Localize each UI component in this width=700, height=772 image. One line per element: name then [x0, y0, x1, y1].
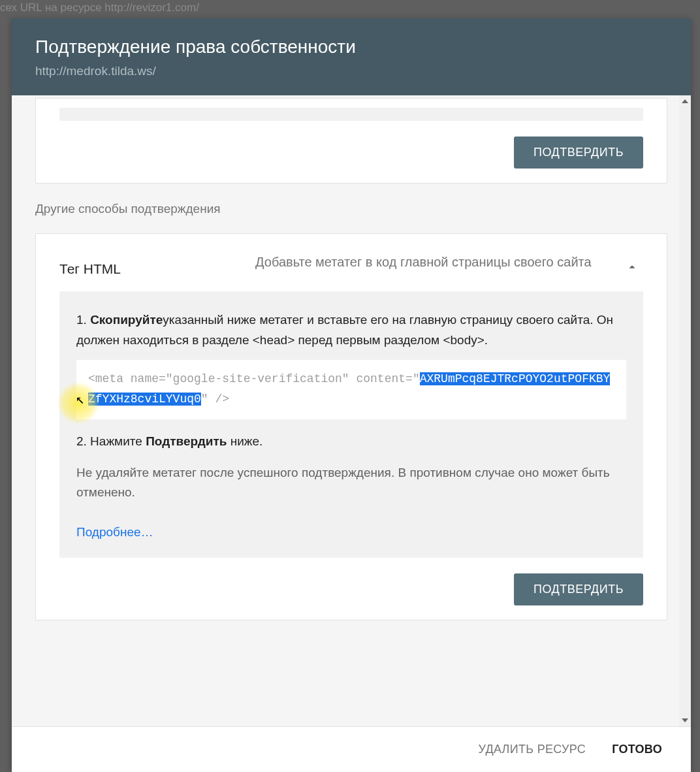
warning-text: Не удаляйте метатег после успешного подт… — [76, 463, 626, 503]
step2-suffix: ниже. — [227, 434, 262, 448]
step1-bold: Скопируйте — [90, 313, 163, 327]
other-methods-label: Другие способы подтверждения — [35, 202, 667, 216]
step2-bold: Подтвердить — [146, 434, 227, 448]
done-button[interactable]: ГОТОВО — [612, 743, 662, 756]
html-tag-expand-header[interactable]: Тег HTML Добавьте метатег в код главной … — [36, 234, 667, 291]
step2-prefix: 2. Нажмите — [76, 434, 146, 448]
html-tag-instructions: 1. Скопируйтеуказанный ниже метатег и вс… — [59, 291, 643, 558]
dialog-title: Подтверждение права собственности — [35, 37, 667, 57]
previous-method-content-placeholder — [59, 108, 643, 121]
cursor-icon: ↖ — [76, 388, 84, 413]
delete-resource-button[interactable]: УДАЛИТЬ РЕСУРС — [478, 743, 586, 756]
chevron-up-icon — [625, 252, 643, 277]
learn-more-link[interactable]: Подробнее… — [76, 525, 153, 539]
confirm-button-html-tag[interactable]: ПОДТВЕРДИТЬ — [514, 573, 643, 605]
previous-method-card: ПОДТВЕРДИТЬ — [35, 98, 667, 184]
step-1: 1. Скопируйтеуказанный ниже метатег и вс… — [76, 310, 626, 351]
dialog-site-url: http://medrok.tilda.ws/ — [35, 64, 667, 78]
dialog-footer: УДАЛИТЬ РЕСУРС ГОТОВО — [12, 726, 691, 772]
dialog-body: ПОДТВЕРДИТЬ Другие способы подтверждения… — [12, 95, 691, 726]
code-suffix: " /> — [201, 393, 229, 406]
code-prefix: <meta name="google-site-verification" co… — [88, 372, 420, 385]
scroll-up-icon[interactable] — [682, 99, 688, 103]
meta-tag-code[interactable]: ↖ <meta name="google-site-verification" … — [76, 360, 626, 419]
html-tag-title: Тег HTML — [59, 252, 255, 277]
html-tag-method-card: Тег HTML Добавьте метатег в код главной … — [35, 233, 667, 620]
html-tag-description: Добавьте метатег в код главной страницы … — [255, 252, 625, 272]
confirm-button-top[interactable]: ПОДТВЕРДИТЬ — [514, 137, 643, 169]
scroll-down-icon[interactable] — [682, 718, 688, 722]
step-2: 2. Нажмите Подтвердить ниже. — [76, 431, 626, 451]
dialog-header: Подтверждение права собственности http:/… — [12, 18, 691, 95]
ownership-verification-dialog: Подтверждение права собственности http:/… — [12, 18, 691, 772]
scrollbar[interactable] — [679, 95, 691, 726]
background-page-text: сех URL на ресурсе http://revizor1.com/ — [0, 1, 199, 14]
